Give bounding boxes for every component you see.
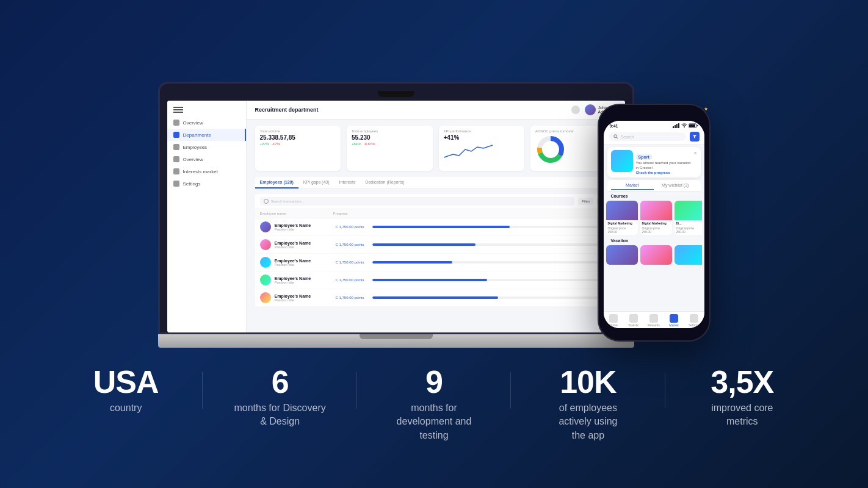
stat-kpi: KPI performance +41% xyxy=(439,126,525,171)
notif-content: Sport You almost reached your vacation i… xyxy=(636,150,691,174)
col-employee-name: Employee name xyxy=(260,212,333,215)
wifi-icon xyxy=(681,123,687,128)
filter-button[interactable]: Filter xyxy=(578,198,593,205)
price-value: 250.00 xyxy=(608,230,617,234)
search-box[interactable]: Search transaction... xyxy=(260,197,575,206)
sidebar-item-settings[interactable]: Settings xyxy=(167,178,246,190)
employees-icon xyxy=(173,144,179,150)
phone-search-input[interactable]: Search xyxy=(609,132,686,141)
sidebar-label-interests: Interests market xyxy=(183,169,218,174)
tab-kpi-gaps[interactable]: KPI gaps (43) xyxy=(298,177,335,188)
phone-time: 9:41 xyxy=(610,124,618,128)
course-card-1[interactable]: Digital Marketing Original price 250.00 xyxy=(606,201,638,235)
tab-dedication[interactable]: Dedication (Reports) xyxy=(360,177,409,188)
phone-notification: Sport You almost reached your vacation i… xyxy=(607,147,701,178)
stat-value: +41% xyxy=(444,134,520,141)
bell-icon[interactable] xyxy=(571,106,580,114)
nav-settings[interactable]: Settings xyxy=(684,314,704,327)
home-icon xyxy=(609,314,618,323)
stat-desc-4: improved coremetrics xyxy=(678,401,807,429)
settings-icon xyxy=(690,314,698,323)
signal-icon xyxy=(673,123,680,128)
course-card-2[interactable]: ★ Digital Marketing Original price 250.0… xyxy=(640,201,672,235)
tab-wishlist[interactable]: My wishlist (3) xyxy=(654,181,697,190)
sidebar-label-settings: Settings xyxy=(183,181,201,187)
progress-bar-container xyxy=(372,226,602,228)
stat-desc-2: months fordevelopment andtesting xyxy=(369,401,499,442)
sidebar-label-overview: Overview xyxy=(183,120,203,126)
sidebar-item-overview2[interactable]: Overview xyxy=(167,153,246,165)
app-header: Recruitment department John Doe Admin xyxy=(247,101,625,120)
vacation-card-1[interactable] xyxy=(606,245,638,265)
market-tabs: Market My wishlist (3) xyxy=(607,180,701,192)
laptop-notch xyxy=(378,91,414,97)
overview-icon xyxy=(173,120,179,126)
price-value: 250.00 xyxy=(676,230,685,234)
row-name: Employee's Name xyxy=(275,259,336,263)
vacation-card-3[interactable] xyxy=(675,245,702,265)
stat-change: +27% -17% xyxy=(260,142,336,146)
sidebar-item-interests[interactable]: Interests market xyxy=(167,165,246,178)
sidebar-item-departments[interactable]: Departments xyxy=(167,129,246,141)
tab-interests[interactable]: Interests xyxy=(335,177,361,188)
table-row[interactable]: Employee's Name Position title C 1,750.0… xyxy=(255,289,617,307)
stat-block-4: 3,5X improved coremetrics xyxy=(665,366,819,429)
stat-up: +27% xyxy=(260,142,270,146)
notif-close-button[interactable]: × xyxy=(694,150,697,156)
table-row[interactable]: Employee's Name Position title C 1,750.0… xyxy=(255,271,617,289)
progress-bar-container xyxy=(372,261,602,264)
course-price-3: Original price 250.00 xyxy=(675,226,702,235)
vacation-image-2 xyxy=(640,245,672,265)
row-info: Employee's Name Position title xyxy=(275,223,336,231)
laptop-screen-outer: Overview Departments Employees Over xyxy=(158,82,634,334)
page-title: Recruitment department xyxy=(255,107,319,113)
table-row[interactable]: Employee's Name Position title C 1,750.0… xyxy=(255,218,617,236)
battery-icon xyxy=(689,123,698,128)
table-rows: Employee's Name Position title C 1,750.0… xyxy=(255,218,617,307)
interests-icon xyxy=(173,168,179,174)
laptop-screen: Overview Departments Employees Over xyxy=(167,101,625,332)
notif-link[interactable]: Check the progress xyxy=(636,171,691,174)
table-row[interactable]: Employee's Name Position title C 1,750.0… xyxy=(255,254,617,271)
table-toolbar: Search transaction... Filter Sort xyxy=(255,194,617,209)
nav-market[interactable]: Market xyxy=(664,314,684,327)
phone-scroll-content: Courses Digital Marketing Original price… xyxy=(604,192,704,311)
vacation-card-2[interactable] xyxy=(640,245,672,265)
bottom-nav: Home Statistic Rewards Market xyxy=(604,311,704,328)
row-info: Employee's Name Position title xyxy=(275,276,336,284)
tab-market[interactable]: Market xyxy=(611,181,654,190)
row-position: Position title xyxy=(275,281,336,284)
price-value: 250.00 xyxy=(642,230,651,234)
vacation-row xyxy=(606,244,702,266)
progress-bar-fill xyxy=(372,296,499,299)
course-card-3[interactable]: Di... Original price 250.00 xyxy=(675,201,702,235)
nav-home[interactable]: Home xyxy=(604,314,624,327)
departments-icon xyxy=(173,132,179,138)
stat-number-4: 3,5X xyxy=(678,366,807,398)
notif-tag: Sport xyxy=(636,154,652,160)
app-content: Total volume 25.338.57,85 +27% -17% Tota… xyxy=(247,120,625,332)
sidebar-item-overview[interactable]: Overview xyxy=(167,117,246,129)
svg-rect-4 xyxy=(673,126,674,128)
vacation-image-1 xyxy=(606,245,638,265)
nav-rewards-label: Rewards xyxy=(648,323,660,327)
vacation-title: Vacation xyxy=(606,236,702,244)
filter-icon[interactable] xyxy=(690,132,700,142)
donut-chart xyxy=(535,134,566,165)
stat-label: Total volume xyxy=(260,129,336,133)
table-row[interactable]: Employee's Name Position title C 1,750.0… xyxy=(255,236,617,254)
stat-number-3: 10K xyxy=(523,366,653,398)
stat-up: +61% xyxy=(352,142,361,146)
sidebar-item-employees[interactable]: Employees xyxy=(167,141,246,153)
search-text: Search xyxy=(621,135,634,139)
progress-bar-fill xyxy=(372,261,453,264)
nav-statistic[interactable]: Statistic xyxy=(624,314,644,327)
nav-rewards[interactable]: Rewards xyxy=(644,314,664,327)
search-icon xyxy=(613,134,618,139)
status-bar: 9:41 xyxy=(604,121,704,129)
notif-image xyxy=(611,150,633,172)
menu-icon[interactable] xyxy=(173,109,183,110)
row-name: Employee's Name xyxy=(275,276,336,281)
tab-employees[interactable]: Employees (128) xyxy=(255,177,298,188)
stat-label: KPI performance xyxy=(444,129,520,133)
